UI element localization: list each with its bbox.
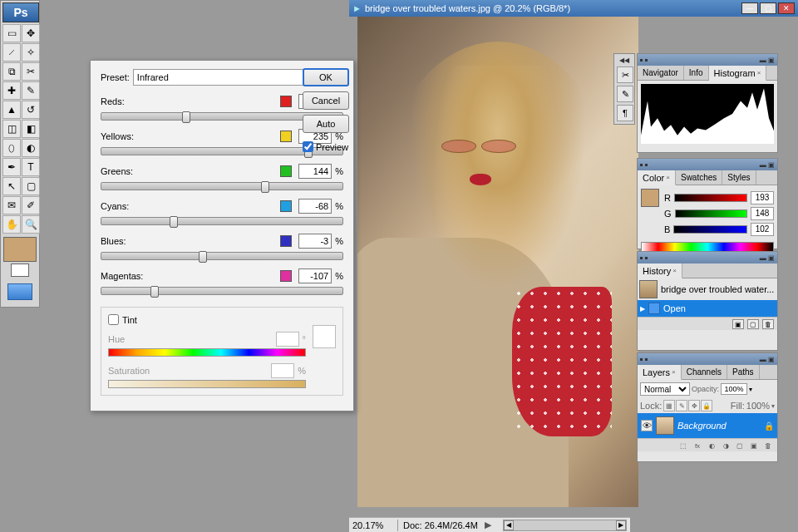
g-slider[interactable] [675,209,747,218]
chevron-down-icon[interactable]: ▾ [749,386,752,393]
mini-brushes[interactable]: ✎ [617,86,633,102]
b-value[interactable]: 102 [751,223,774,236]
collapse-icon[interactable]: ▬ ▣ [760,57,775,64]
layer-background[interactable]: 👁 Background 🔒 [638,413,777,438]
close-tab-icon[interactable]: × [666,174,670,181]
history-step-open[interactable]: ▶ Open [638,300,777,317]
mini-character[interactable]: ¶ [617,105,633,121]
blend-mode-dropdown[interactable]: Normal [640,382,690,396]
slice-tool[interactable]: ✂ [22,62,40,81]
channel-4-slider[interactable] [101,252,343,260]
channel-5-slider[interactable] [101,287,343,295]
trash-icon[interactable]: 🗑 [762,319,774,329]
shape-tool[interactable]: ▢ [22,177,40,195]
panel-header[interactable]: ▬ ▣ [638,353,777,365]
fx-icon[interactable]: fx [692,441,703,451]
tab-history[interactable]: History× [638,264,682,278]
blur-tool[interactable]: ⬯ [2,139,21,157]
screen-mode-button[interactable] [7,283,32,300]
eyedropper-tool[interactable]: ✐ [22,196,40,214]
channel-4-value[interactable] [298,234,332,249]
new-doc-icon[interactable]: ▢ [747,319,759,329]
heal-tool[interactable]: ✚ [2,81,21,100]
opacity-value[interactable]: 100% [721,383,747,395]
channel-2-value[interactable] [298,164,332,179]
type-tool[interactable]: T [22,158,40,176]
history-snapshot[interactable]: bridge over troubled water... [638,278,777,300]
move-tool[interactable]: ✥ [22,24,40,42]
wand-tool[interactable]: ✧ [22,43,40,62]
eraser-tool[interactable]: ◫ [2,120,21,138]
pen-tool[interactable]: ✒ [2,158,21,176]
mini-collapse-icon[interactable]: ◀◀ [619,57,629,64]
current-color-swatch[interactable] [641,189,659,207]
slider-thumb[interactable] [199,251,207,263]
fill-value[interactable]: 100% [746,401,770,411]
trash-icon[interactable]: 🗑 [762,441,774,451]
lock-pixels-icon[interactable]: ✎ [676,400,687,411]
close-tab-icon[interactable]: × [757,69,761,76]
b-slider[interactable] [673,225,747,234]
collapse-icon[interactable]: ▬ ▣ [760,254,775,262]
tab-styles[interactable]: Styles [722,170,756,185]
notes-tool[interactable]: ✉ [2,196,21,214]
cancel-button[interactable]: Cancel [303,91,349,110]
r-value[interactable]: 193 [751,191,774,204]
panel-header[interactable]: ▬ ▣ [638,252,777,264]
status-menu-icon[interactable]: ▶ [485,520,491,530]
group-icon[interactable]: ▢ [734,441,746,451]
g-value[interactable]: 148 [751,207,774,220]
r-slider[interactable] [674,194,747,202]
lock-all-icon[interactable]: 🔒 [701,400,712,411]
visibility-icon[interactable]: 👁 [641,420,653,431]
auto-button[interactable]: Auto [303,115,349,133]
lasso-tool[interactable]: ⟋ [2,43,21,62]
slider-thumb[interactable] [182,111,190,123]
mask-icon[interactable]: ◐ [706,441,717,451]
scroll-left-icon[interactable]: ◀ [504,520,514,530]
marquee-tool[interactable]: ▭ [2,24,21,42]
new-layer-icon[interactable]: ▣ [748,441,760,451]
tab-channels[interactable]: Channels [682,365,727,379]
close-tab-icon[interactable]: × [672,267,677,274]
panel-header[interactable]: ▬ ▣ [638,54,777,66]
link-icon[interactable]: ⬚ [677,441,689,451]
panel-header[interactable]: ▬ ▣ [638,159,777,170]
history-brush-tool[interactable]: ↺ [22,101,40,119]
lock-position-icon[interactable]: ✥ [688,400,700,411]
minimize-button[interactable]: — [741,2,758,14]
crop-tool[interactable]: ⧉ [2,62,21,81]
quickmask-toggle[interactable] [11,264,29,277]
channel-5-value[interactable] [298,268,332,283]
stamp-tool[interactable]: ▲ [2,101,21,119]
hand-tool[interactable]: ✋ [2,215,21,234]
horizontal-scrollbar[interactable]: ◀ ▶ [503,520,627,531]
document-canvas[interactable] [357,17,638,507]
slider-thumb[interactable] [261,181,269,193]
maximize-button[interactable]: ▢ [760,2,776,14]
tab-histogram[interactable]: Histogram× [709,66,767,81]
slider-thumb[interactable] [150,286,159,298]
close-tab-icon[interactable]: × [672,368,676,376]
mini-tool-options[interactable]: ✂ [617,66,633,83]
tab-navigator[interactable]: Navigator [638,66,684,80]
tab-info[interactable]: Info [684,66,709,80]
tint-checkbox[interactable] [108,314,119,325]
dodge-tool[interactable]: ◐ [22,139,40,157]
channel-3-slider[interactable] [101,217,343,225]
slider-thumb[interactable] [170,216,178,228]
preset-dropdown[interactable]: Infrared ▾ [133,69,328,86]
close-button[interactable]: ✕ [778,2,795,14]
scroll-right-icon[interactable]: ▶ [616,520,626,530]
tab-swatches[interactable]: Swatches [676,170,722,185]
zoom-level[interactable]: 20.17% [352,520,392,530]
chevron-down-icon[interactable]: ▾ [771,402,775,410]
foreground-color[interactable] [3,237,37,262]
tab-color[interactable]: Color× [638,170,676,185]
adjustment-icon[interactable]: ◑ [720,441,732,451]
preview-checkbox[interactable] [303,141,313,152]
brush-tool[interactable]: ✎ [22,81,40,100]
path-tool[interactable]: ↖ [2,177,21,195]
ok-button[interactable]: OK [303,68,349,86]
tab-paths[interactable]: Paths [727,365,760,379]
